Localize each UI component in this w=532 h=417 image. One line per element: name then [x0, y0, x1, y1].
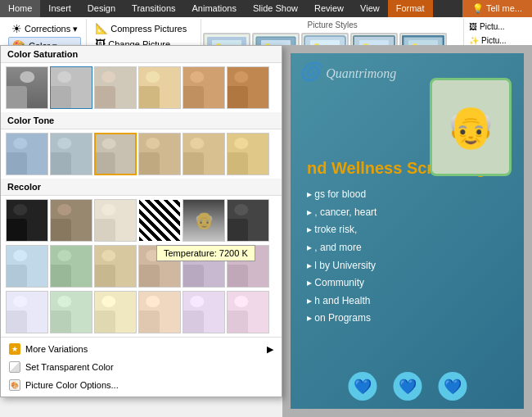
corrections-icon: ☀ — [11, 22, 22, 35]
sat-thumb-3[interactable] — [94, 66, 137, 109]
recolor-grid-row1: 👴 — [1, 196, 282, 245]
slide-background: 🌀 Quantrimong nd Wellness Screenings gs … — [291, 53, 524, 409]
slide-bullets: gs for blood , cancer, heart troke risk,… — [307, 186, 507, 328]
lightbulb-icon: 💡 — [472, 3, 484, 13]
ribbon-tab-bar: Home Insert Design Transitions Animation… — [0, 0, 532, 17]
recolor-thumb-15[interactable] — [94, 291, 137, 333]
recolor-thumb-6[interactable] — [227, 199, 269, 242]
color-dropdown-panel: Color Saturation Color Tone — [0, 45, 282, 397]
picture-border-button[interactable]: 🖼 Pictu... — [466, 20, 527, 33]
tone-thumb-5[interactable] — [183, 133, 225, 175]
tab-transitions[interactable]: Transitions — [124, 0, 183, 17]
submenu-arrow-icon: ▶ — [267, 344, 273, 355]
color-saturation-title: Color Saturation — [1, 46, 282, 63]
bullet-1: gs for blood — [307, 186, 507, 204]
recolor-thumb-8[interactable] — [50, 245, 92, 288]
recolor-thumb-2[interactable] — [50, 199, 92, 242]
recolor-thumb-9[interactable] — [94, 245, 137, 288]
tab-view[interactable]: View — [352, 0, 388, 17]
sat-thumb-5[interactable] — [183, 66, 225, 109]
compress-icon: 📐 — [95, 22, 108, 34]
bullet-3: troke risk, — [307, 221, 507, 239]
recolor-thumb-16[interactable] — [138, 291, 181, 333]
recolor-thumb-4[interactable] — [138, 199, 181, 242]
sat-thumb-6[interactable] — [227, 66, 269, 109]
picture-color-options-icon: 🎨 — [9, 379, 20, 391]
slide-area: 🌀 Quantrimong nd Wellness Screenings gs … — [282, 45, 532, 417]
tab-review[interactable]: Review — [306, 0, 352, 17]
panel-footer: ★ More Variations ▶ Set Transparent Colo… — [1, 337, 282, 397]
slide-title-area: nd Wellness Screenings gs for blood , ca… — [307, 159, 507, 328]
bullet-6: Community — [307, 274, 507, 292]
sat-thumb-4[interactable] — [138, 66, 181, 109]
more-variations-icon: ★ — [9, 343, 20, 355]
picture-color-options-item[interactable]: 🎨 Picture Color Options... — [1, 376, 282, 394]
recolor-thumb-1[interactable] — [6, 199, 48, 242]
tone-thumb-1[interactable] — [6, 133, 48, 175]
corrections-button[interactable]: ☀ Corrections ▾ — [8, 20, 81, 37]
slide-content: 🌀 Quantrimong nd Wellness Screenings gs … — [291, 53, 524, 409]
set-transparent-color-item[interactable]: Set Transparent Color — [1, 358, 282, 376]
footer-icon-2: 💙 — [393, 372, 422, 401]
footer-icon-1: 💙 — [348, 372, 376, 401]
color-tone-grid — [1, 129, 282, 179]
tone-thumb-3[interactable] — [94, 133, 137, 175]
tab-animations[interactable]: Animations — [184, 0, 245, 17]
tab-slideshow[interactable]: Slide Show — [245, 0, 306, 17]
recolor-thumb-7[interactable] — [6, 245, 48, 288]
bullet-8: on Programs — [307, 310, 507, 328]
recolor-thumb-13[interactable] — [6, 291, 48, 333]
tell-me-box[interactable]: 💡 Tell me... — [462, 0, 532, 17]
tooltip: Temperature: 7200 K — [156, 245, 255, 261]
more-variations-item[interactable]: ★ More Variations ▶ — [1, 340, 282, 358]
recolor-thumb-3[interactable] — [94, 199, 137, 242]
sat-thumb-1[interactable] — [6, 66, 48, 109]
picture-border-icon: 🖼 — [469, 22, 477, 31]
color-saturation-grid — [1, 63, 282, 112]
picture-effects-icon: ✨ — [469, 36, 479, 45]
tab-format[interactable]: Format — [388, 0, 433, 17]
footer-icon-3: 💙 — [438, 372, 467, 401]
tone-thumb-2[interactable] — [50, 133, 92, 175]
tab-design[interactable]: Design — [79, 0, 124, 17]
bullet-4: , and more — [307, 239, 507, 257]
tab-home[interactable]: Home — [0, 0, 40, 17]
bullet-2: , cancer, heart — [307, 204, 507, 222]
recolor-grid-row3 — [1, 291, 282, 337]
bullet-7: h and Health — [307, 292, 507, 310]
color-tone-title: Color Tone — [1, 112, 282, 129]
bullet-5: l by University — [307, 257, 507, 275]
recolor-thumb-14[interactable] — [50, 291, 92, 333]
compress-pictures-button[interactable]: 📐 Compress Pictures — [92, 20, 196, 36]
tone-thumb-6[interactable] — [227, 133, 269, 175]
sat-thumb-2[interactable] — [50, 66, 92, 109]
slide-photo: 👴 — [430, 78, 512, 176]
slide-footer-icons: 💙 💙 💙 — [348, 372, 467, 401]
recolor-thumb-17[interactable] — [183, 291, 225, 333]
picture-styles-label: Picture Styles — [201, 19, 463, 31]
recolor-thumb-5[interactable]: 👴 — [183, 199, 225, 242]
tab-insert[interactable]: Insert — [40, 0, 79, 17]
slide-watermark: 🌀 Quantrimong — [299, 61, 396, 83]
recolor-thumb-18[interactable] — [227, 291, 269, 333]
recolor-title: Recolor — [1, 179, 282, 196]
transparent-color-icon — [9, 361, 20, 373]
tone-thumb-4[interactable] — [138, 133, 181, 175]
